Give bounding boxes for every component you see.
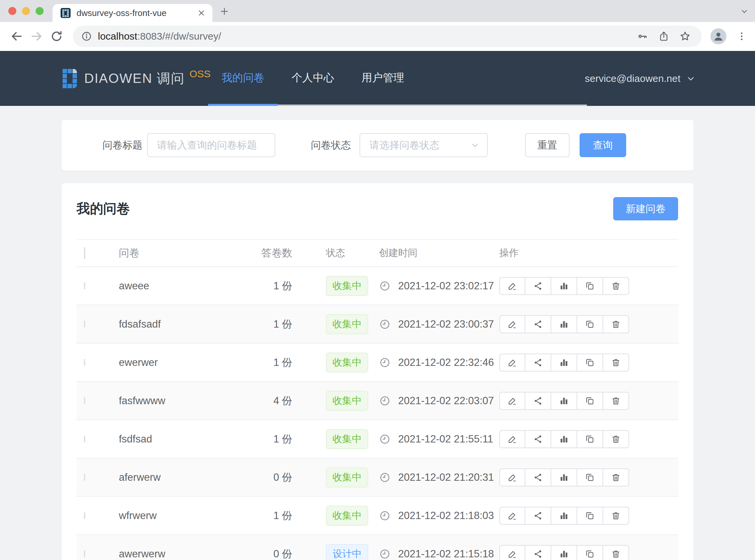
share-button[interactable] <box>525 507 551 525</box>
edit-button[interactable] <box>499 545 525 560</box>
chart-icon <box>559 434 569 444</box>
chart-button[interactable] <box>551 392 577 410</box>
chart-button[interactable] <box>551 507 577 525</box>
tab-close-icon[interactable] <box>195 7 208 19</box>
created-time: 2021-12-02 23:02:17 <box>398 280 494 292</box>
response-count: 1 份 <box>249 317 292 331</box>
created-time: 2021-12-02 22:03:07 <box>398 395 494 407</box>
copy-button[interactable] <box>577 277 603 295</box>
created-time: 2021-12-02 23:00:37 <box>398 318 494 330</box>
copy-button[interactable] <box>577 507 603 525</box>
my-surveys-panel: 我的问卷 新建问卷 问卷 答卷数 状态 创建时间 操作 aweee 1 份 收集… <box>62 183 693 560</box>
response-count: 1 份 <box>249 356 292 369</box>
delete-button[interactable] <box>603 545 629 560</box>
copy-button[interactable] <box>577 430 603 448</box>
share-icon <box>533 549 543 559</box>
bookmark-star-icon[interactable] <box>678 29 692 43</box>
close-window-button[interactable] <box>8 7 16 15</box>
copy-button[interactable] <box>577 545 603 560</box>
menu-item-personal-center[interactable]: 个人中心 <box>278 51 348 104</box>
reset-button[interactable]: 重置 <box>525 133 570 157</box>
status-badge: 设计中 <box>326 544 368 560</box>
tab-search-chevron-icon[interactable] <box>739 6 750 17</box>
menu-item-user-management[interactable]: 用户管理 <box>348 51 418 104</box>
select-all-checkbox[interactable] <box>84 247 85 259</box>
forward-icon[interactable] <box>29 29 44 44</box>
chevron-down-icon <box>686 74 696 84</box>
site-info-icon[interactable] <box>80 29 93 43</box>
share-page-icon[interactable] <box>657 29 670 43</box>
share-button[interactable] <box>525 354 551 372</box>
status-badge: 收集中 <box>326 314 368 334</box>
copy-icon <box>585 358 595 367</box>
chart-button[interactable] <box>551 277 577 295</box>
delete-button[interactable] <box>603 392 629 410</box>
copy-button[interactable] <box>577 392 603 410</box>
delete-button[interactable] <box>603 430 629 448</box>
browser-menu-icon[interactable] <box>734 29 749 44</box>
edit-button[interactable] <box>499 507 525 525</box>
row-checkbox[interactable] <box>84 282 85 289</box>
delete-button[interactable] <box>603 354 629 372</box>
share-button[interactable] <box>525 468 551 486</box>
share-button[interactable] <box>525 430 551 448</box>
share-button[interactable] <box>525 545 551 560</box>
row-actions <box>499 507 629 525</box>
share-button[interactable] <box>525 277 551 295</box>
password-key-icon[interactable] <box>636 29 649 43</box>
delete-button[interactable] <box>603 507 629 525</box>
address-bar[interactable]: localhost:8083/#/dw/survey/ <box>73 26 702 47</box>
delete-button[interactable] <box>603 468 629 486</box>
edit-button[interactable] <box>499 468 525 486</box>
row-checkbox[interactable] <box>84 474 85 481</box>
chart-button[interactable] <box>551 468 577 486</box>
minimize-window-button[interactable] <box>22 7 30 15</box>
survey-title-label: 问卷标题 <box>103 139 142 152</box>
row-actions <box>499 430 629 448</box>
copy-icon <box>585 473 595 482</box>
chart-button[interactable] <box>551 354 577 372</box>
edit-button[interactable] <box>499 354 525 372</box>
survey-status-select[interactable]: 请选择问卷状态 <box>360 133 488 157</box>
copy-button[interactable] <box>577 315 603 333</box>
edit-button[interactable] <box>499 315 525 333</box>
chart-button[interactable] <box>551 430 577 448</box>
row-checkbox[interactable] <box>84 321 85 327</box>
copy-button[interactable] <box>577 354 603 372</box>
edit-button[interactable] <box>499 430 525 448</box>
chart-icon <box>559 511 569 521</box>
reload-icon[interactable] <box>49 29 64 44</box>
zoom-window-button[interactable] <box>36 7 44 15</box>
row-checkbox[interactable] <box>84 436 85 442</box>
share-button[interactable] <box>525 315 551 333</box>
create-survey-button[interactable]: 新建问卷 <box>613 197 678 220</box>
page-title: 我的问卷 <box>77 199 678 218</box>
row-checkbox[interactable] <box>84 359 85 366</box>
share-icon <box>533 434 543 444</box>
chart-button[interactable] <box>551 545 577 560</box>
user-dropdown[interactable]: service@diaowen.net <box>585 51 696 106</box>
menu-item-my-surveys[interactable]: 我的问卷 <box>208 51 278 104</box>
browser-tab[interactable]: dwsurvey-oss-front-vue <box>53 4 212 22</box>
brand-logo[interactable]: DIAOWEN 调问 OSS <box>63 51 211 106</box>
back-icon[interactable] <box>9 29 24 44</box>
row-checkbox[interactable] <box>84 551 85 557</box>
edit-button[interactable] <box>499 392 525 410</box>
share-button[interactable] <box>525 392 551 410</box>
survey-name: aferwerw <box>106 472 249 483</box>
delete-button[interactable] <box>603 277 629 295</box>
browser-profile-avatar[interactable] <box>710 28 727 44</box>
row-checkbox[interactable] <box>84 397 85 404</box>
new-tab-button[interactable] <box>218 5 231 18</box>
delete-button[interactable] <box>603 315 629 333</box>
column-header-survey: 问卷 <box>106 246 249 260</box>
created-time: 2021-12-02 21:20:31 <box>398 472 494 483</box>
edit-button[interactable] <box>499 277 525 295</box>
search-button[interactable]: 查询 <box>579 133 626 157</box>
survey-title-input[interactable] <box>147 133 275 157</box>
select-placeholder: 请选择问卷状态 <box>369 139 440 152</box>
row-checkbox[interactable] <box>84 512 85 519</box>
copy-button[interactable] <box>577 468 603 486</box>
chart-button[interactable] <box>551 315 577 333</box>
response-count: 0 份 <box>249 547 292 560</box>
